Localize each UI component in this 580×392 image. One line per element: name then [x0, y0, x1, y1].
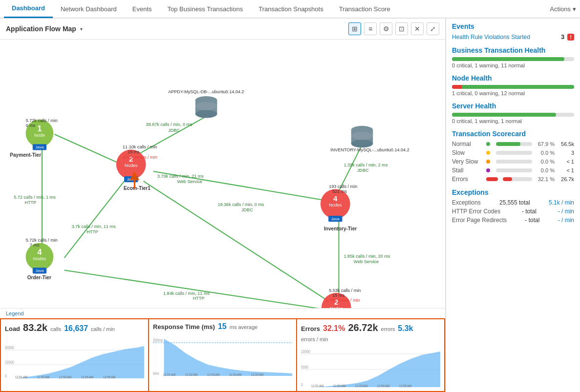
tab-network-dashboard[interactable]: Network Dashboard	[53, 0, 125, 18]
svg-text:11.10k calls / min: 11.10k calls / min	[123, 144, 157, 149]
scorecard-rows: Normal 67.9 % 56.5k Slow 0.0 % 3 Very Sl…	[452, 141, 574, 183]
list-view-icon[interactable]: ≡	[364, 22, 377, 35]
events-section: Events Health Rule Violations Started 3 …	[452, 22, 574, 41]
svg-text:11:53 AM: 11:53 AM	[355, 384, 367, 388]
errors-chart-panel: Errors 32.1% 26.72k errors 5.3k errors /…	[297, 319, 445, 392]
bt-health-bar-fill	[452, 57, 564, 61]
node-health-text: 1 critical, 0 warning, 12 normal	[452, 90, 574, 96]
exception-row: Error Page Redirects - total - / min	[452, 217, 574, 224]
grid-view-icon[interactable]: ⊞	[348, 22, 361, 35]
svg-text:Ecom-Tier1: Ecom-Tier1	[124, 186, 150, 191]
load-total-calls: 83.2k	[23, 322, 47, 333]
node-health-bar	[452, 85, 574, 89]
svg-text:11:54 AM: 11:54 AM	[229, 372, 241, 376]
svg-text:HTTP: HTTP	[193, 296, 205, 301]
response-chart-title: Response Time (ms)	[153, 323, 215, 330]
svg-text:HTTP: HTTP	[86, 229, 98, 234]
svg-text:11:51 AM: 11:51 AM	[311, 384, 323, 388]
svg-text:Nodes: Nodes	[330, 306, 343, 308]
svg-point-33	[351, 132, 373, 140]
settings-icon[interactable]: ⚙	[380, 22, 392, 35]
tab-dashboard[interactable]: Dashboard	[4, 0, 53, 18]
close-icon[interactable]: ✕	[411, 22, 424, 35]
svg-line-0	[54, 134, 126, 166]
svg-text:5.72k calls / min: 5.72k calls / min	[26, 118, 58, 123]
svg-text:15 ms: 15 ms	[332, 293, 344, 298]
svg-text:3.70k calls / min, 21 ms: 3.70k calls / min, 21 ms	[157, 174, 204, 179]
svg-text:Nodes: Nodes	[329, 203, 342, 207]
server-health-bar-fill	[452, 113, 556, 117]
node-health-bar-fill	[452, 85, 574, 89]
svg-text:19.36k calls / min, 0 ms: 19.36k calls / min, 0 ms	[217, 202, 264, 207]
flow-map-title: Application Flow Map	[6, 25, 76, 33]
exception-row: Exceptions 25,555 total 5.1k / min	[452, 199, 574, 206]
svg-line-8	[144, 181, 327, 300]
load-rate-unit: calls / min	[91, 326, 115, 332]
violation-badge: !	[567, 34, 574, 41]
load-chart-panel: Load 83.2k calls 16,637 calls / min 4000…	[0, 319, 149, 392]
svg-text:11:51 AM: 11:51 AM	[15, 375, 27, 379]
flow-map-dropdown-icon[interactable]: ▾	[80, 26, 83, 32]
svg-text:JDBC: JDBC	[168, 128, 180, 133]
errors-chart-title: Errors	[301, 325, 320, 332]
bt-health-section: Business Transaction Health 0 critical, …	[452, 46, 574, 68]
health-rule-count: 3	[561, 33, 564, 41]
svg-text:3.7k calls / min, 11 ms: 3.7k calls / min, 11 ms	[72, 224, 116, 229]
svg-point-32	[351, 140, 373, 147]
errors-chart-body: 10000 5000 0 11:51 AM 11:52 AM 11:53 AM …	[301, 344, 440, 388]
svg-text:1: 1	[37, 124, 42, 133]
actions-button[interactable]: Actions ▾	[550, 5, 576, 13]
response-avg: 15	[218, 322, 227, 331]
svg-text:521 ms: 521 ms	[332, 189, 347, 194]
svg-text:JDBC: JDBC	[357, 168, 369, 173]
fullscreen-icon[interactable]: ⤢	[427, 22, 439, 35]
errors-rate: 5.3k	[398, 324, 413, 333]
svg-text:5.53k calls / min: 5.53k calls / min	[329, 288, 361, 293]
svg-text:Inventory-Tier: Inventory-Tier	[324, 226, 357, 231]
tab-events[interactable]: Events	[125, 0, 160, 18]
tab-snapshots[interactable]: Transaction Snapshots	[251, 0, 331, 18]
tab-top-bt[interactable]: Top Business Transactions	[160, 0, 251, 18]
svg-text:11:55 AM: 11:55 AM	[103, 375, 115, 379]
exceptions-title: Exceptions	[452, 188, 574, 196]
svg-text:200ms: 200ms	[153, 338, 163, 343]
svg-point-27	[195, 110, 217, 118]
response-chart-panel: Response Time (ms) 15 ms average 200ms 0…	[149, 319, 297, 392]
scorecard-row-stall: Stall 0.0 % < 1	[452, 167, 574, 174]
server-health-bar	[452, 113, 574, 117]
svg-text:Node: Node	[34, 133, 45, 138]
scorecard-row-slow: Slow 0.0 % 3	[452, 149, 574, 156]
svg-text:11:52 AM: 11:52 AM	[37, 375, 49, 379]
errors-unit: errors	[381, 326, 395, 332]
errors-total: 26.72k	[348, 322, 378, 333]
svg-text:10000: 10000	[301, 349, 310, 354]
left-panel: Application Flow Map ▾ ⊞ ≡ ⚙ ⊡ ✕ ⤢	[0, 19, 446, 392]
layout-icon[interactable]: ⊡	[395, 22, 408, 35]
svg-text:1.35k calls / min, 2 ms: 1.35k calls / min, 2 ms	[344, 163, 387, 167]
bt-health-title: Business Transaction Health	[452, 46, 574, 54]
load-calls-unit: calls	[50, 326, 61, 332]
svg-text:5.72k calls / min: 5.72k calls / min	[26, 238, 58, 243]
svg-text:Java: Java	[331, 217, 340, 221]
legend-bar[interactable]: Legend	[0, 308, 445, 318]
svg-text:38.87k calls / min, 0 ms: 38.87k calls / min, 0 ms	[146, 122, 193, 127]
load-rate: 16,637	[64, 324, 88, 333]
svg-line-3	[64, 270, 326, 308]
svg-text:193 calls / min: 193 calls / min	[329, 184, 357, 189]
svg-text:Web Service: Web Service	[354, 259, 379, 264]
exception-rows: Exceptions 25,555 total 5.1k / min HTTP …	[452, 199, 574, 224]
errors-pct: 32.1%	[323, 324, 345, 333]
svg-text:7 ms: 7 ms	[30, 243, 40, 248]
server-health-section: Server Health 0 critical, 1 warning, 1 n…	[452, 102, 574, 124]
svg-text:HTTP: HTTP	[25, 200, 37, 205]
bt-health-bar	[452, 57, 574, 61]
server-health-text: 0 critical, 1 warning, 1 normal	[452, 118, 574, 124]
svg-text:11:51 AM: 11:51 AM	[163, 372, 175, 376]
health-rule-label[interactable]: Health Rule Violations Started	[452, 34, 558, 41]
flow-map-area[interactable]: 5.72 calls / min, 1 ms HTTP 3.7k calls /…	[0, 40, 445, 308]
svg-text:Nodes: Nodes	[125, 163, 138, 168]
right-panel: Events Health Rule Violations Started 3 …	[446, 19, 580, 392]
tab-score[interactable]: Transaction Score	[331, 0, 398, 18]
load-chart-body: 40000 20000 0 11:51 AM 11:52 AM 11:53 AM…	[5, 335, 144, 379]
scorecard-title: Transaction Scorecard	[452, 130, 574, 138]
